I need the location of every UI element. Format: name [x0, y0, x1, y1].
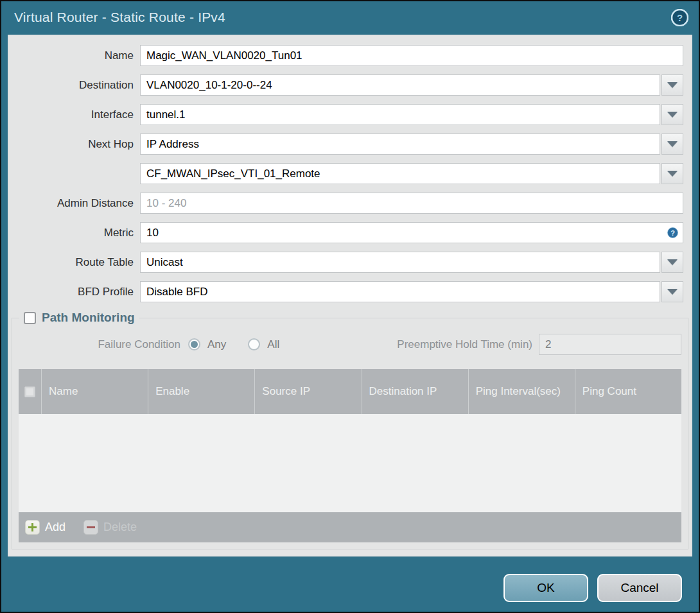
interface-label: Interface: [13, 108, 140, 121]
chevron-down-icon: [667, 259, 678, 265]
dialog-title: Virtual Router - Static Route - IPv4: [14, 10, 225, 25]
column-header-ping-interval[interactable]: Ping Interval(sec): [468, 369, 575, 414]
route-table-dropdown-button[interactable]: [661, 252, 683, 273]
dialog-titlebar: Virtual Router - Static Route - IPv4 ?: [1, 1, 699, 33]
route-table-row: Route Table: [13, 252, 683, 273]
destination-input[interactable]: [140, 74, 660, 96]
metric-row: Metric ?: [13, 222, 683, 243]
path-monitoring-legend: Path Monitoring: [19, 311, 139, 325]
chevron-down-icon: [667, 289, 678, 295]
next-hop-row: Next Hop: [13, 134, 683, 155]
plus-icon: [25, 520, 40, 535]
select-all-cell: [19, 369, 41, 414]
metric-input[interactable]: [140, 222, 683, 243]
svg-text:?: ?: [677, 12, 683, 23]
failure-condition-any-option[interactable]: Any: [188, 338, 226, 351]
next-hop-address-input[interactable]: [140, 163, 660, 184]
destination-dropdown-button[interactable]: [661, 74, 683, 96]
bfd-profile-input[interactable]: [140, 281, 660, 302]
bfd-profile-row: BFD Profile: [13, 281, 683, 302]
interface-input[interactable]: [140, 104, 660, 125]
delete-button[interactable]: Delete: [83, 520, 137, 535]
cancel-button[interactable]: Cancel: [597, 574, 682, 602]
add-button-label: Add: [45, 521, 66, 534]
interface-dropdown-button[interactable]: [661, 104, 683, 125]
column-header-destination-ip[interactable]: Destination IP: [362, 369, 468, 414]
column-header-name[interactable]: Name: [41, 369, 148, 414]
preemptive-hold-time-group: Preemptive Hold Time (min): [397, 334, 681, 355]
path-monitoring-checkbox[interactable]: [24, 312, 36, 324]
column-header-enable[interactable]: Enable: [148, 369, 254, 414]
path-monitoring-title: Path Monitoring: [42, 311, 135, 325]
next-hop-type-input[interactable]: [140, 134, 660, 155]
failure-condition-all-option[interactable]: All: [248, 338, 279, 351]
interface-row: Interface: [13, 104, 683, 125]
preemptive-hold-time-label: Preemptive Hold Time (min): [397, 338, 532, 351]
name-label: Name: [13, 49, 140, 62]
metric-label: Metric: [13, 227, 140, 239]
destination-label: Destination: [13, 79, 140, 92]
chevron-down-icon: [667, 141, 678, 147]
route-form: Name Destination Interface: [8, 35, 692, 302]
column-header-source-ip[interactable]: Source IP: [254, 369, 361, 414]
table-header: Name Enable Source IP Destination IP Pin…: [19, 369, 681, 414]
bfd-profile-label: BFD Profile: [13, 286, 140, 298]
bfd-profile-dropdown-button[interactable]: [661, 281, 683, 302]
route-table-input[interactable]: [140, 252, 660, 273]
table-body-empty: [19, 414, 681, 512]
route-table-label: Route Table: [13, 256, 140, 269]
radio-any[interactable]: [188, 338, 200, 350]
radio-all-label: All: [267, 338, 279, 351]
chevron-down-icon: [667, 82, 678, 88]
column-header-ping-count[interactable]: Ping Count: [575, 369, 681, 414]
path-monitoring-table: Name Enable Source IP Destination IP Pin…: [19, 369, 681, 542]
table-toolbar: Add Delete: [19, 512, 681, 542]
admin-distance-label: Admin Distance: [13, 197, 140, 210]
chevron-down-icon: [667, 171, 678, 177]
radio-any-label: Any: [207, 338, 226, 351]
svg-text:?: ?: [670, 229, 675, 237]
delete-button-label: Delete: [103, 521, 137, 534]
radio-all[interactable]: [248, 338, 260, 350]
destination-row: Destination: [13, 74, 683, 96]
admin-distance-row: Admin Distance: [13, 193, 683, 214]
next-hop-address-row: [13, 163, 683, 184]
preemptive-hold-time-input[interactable]: [539, 334, 681, 355]
select-all-checkbox[interactable]: [24, 386, 35, 397]
next-hop-address-dropdown-button[interactable]: [661, 163, 683, 184]
name-row: Name: [13, 45, 683, 66]
admin-distance-input[interactable]: [140, 193, 683, 214]
help-icon[interactable]: ?: [667, 227, 678, 238]
ok-button[interactable]: OK: [503, 574, 588, 602]
path-monitoring-section: Path Monitoring Failure Condition Any Al…: [12, 311, 688, 549]
dialog-content: Name Destination Interface: [8, 35, 692, 557]
chevron-down-icon: [667, 112, 678, 117]
failure-condition-row: Failure Condition Any All Preemptive Hol…: [19, 334, 681, 355]
help-icon[interactable]: ?: [671, 9, 688, 26]
name-input[interactable]: [140, 45, 683, 66]
dialog-buttons: OK Cancel: [503, 574, 682, 602]
failure-condition-label: Failure Condition: [19, 338, 180, 351]
add-button[interactable]: Add: [25, 520, 66, 535]
static-route-dialog: Virtual Router - Static Route - IPv4 ? N…: [0, 0, 700, 613]
next-hop-label: Next Hop: [13, 138, 140, 151]
next-hop-type-dropdown-button[interactable]: [661, 134, 683, 155]
minus-icon: [83, 520, 98, 535]
